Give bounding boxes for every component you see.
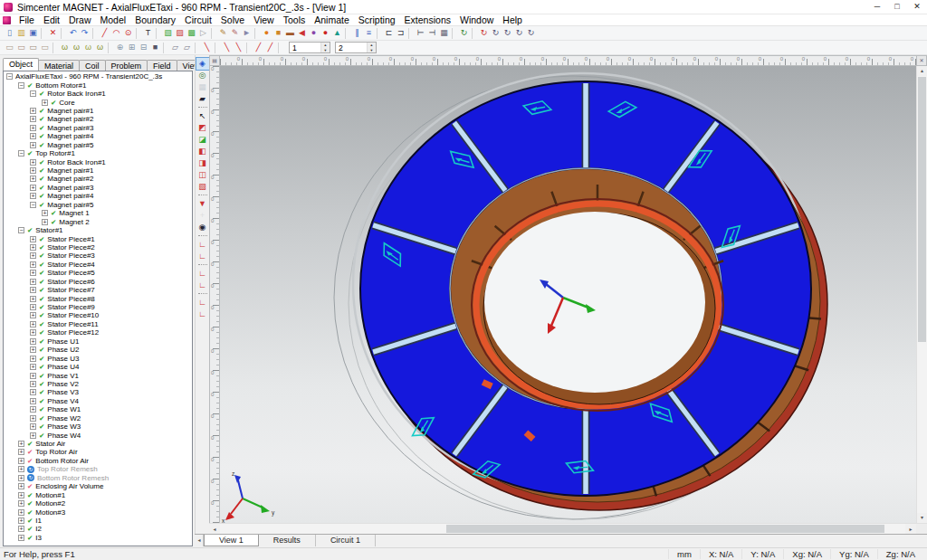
spin-down-icon[interactable]: ▾ xyxy=(368,48,376,53)
rotate-model-button[interactable]: ▩ xyxy=(186,27,197,40)
draw-circle-button[interactable]: ⊙ xyxy=(122,27,134,40)
local-cs-yz-button[interactable]: ∟ xyxy=(196,251,209,262)
expand-icon[interactable]: + xyxy=(30,312,36,318)
expand-icon[interactable]: + xyxy=(30,142,36,148)
local-cs-rotate-button[interactable]: ∟ xyxy=(196,297,209,308)
expand-icon[interactable]: + xyxy=(30,244,36,251)
expand-icon[interactable]: + xyxy=(18,466,24,472)
expand-icon[interactable]: + xyxy=(30,356,36,362)
step-value-spinner[interactable]: 1▴▾ xyxy=(289,42,330,53)
tree-item[interactable]: +✔Stator Piece#4 xyxy=(5,261,192,269)
tree-item[interactable]: +✔Motion#1 xyxy=(5,490,192,498)
vertical-scroll-thumb[interactable] xyxy=(918,77,926,342)
expand-icon[interactable]: + xyxy=(18,509,24,516)
collapse-icon[interactable]: − xyxy=(18,82,24,89)
tree-item[interactable]: +✔Magnet pair#2 xyxy=(5,175,192,183)
primitive-sphere-button[interactable]: ● xyxy=(261,27,272,40)
expand-icon[interactable]: + xyxy=(30,296,36,302)
collapse-icon[interactable]: − xyxy=(6,73,13,80)
pan-tool-button[interactable]: ▰ xyxy=(196,93,209,105)
minimize-button[interactable]: ─ xyxy=(867,0,887,14)
view-tab-results[interactable]: Results xyxy=(259,535,316,546)
coil-terminal-1-button[interactable]: ω xyxy=(59,42,71,54)
expand-icon[interactable]: + xyxy=(18,535,24,541)
expand-icon[interactable]: + xyxy=(18,517,24,524)
expand-icon[interactable]: + xyxy=(30,261,36,268)
line-angle-2-button[interactable]: ╱ xyxy=(264,42,276,54)
tree-item[interactable]: +✔Phase U2 xyxy=(5,346,192,354)
horizontal-scroll-thumb[interactable] xyxy=(446,525,885,533)
menu-item-solve[interactable]: Solve xyxy=(216,14,249,25)
expand-icon[interactable]: + xyxy=(30,167,36,174)
primitive-cone-button[interactable]: ◀ xyxy=(296,27,308,40)
expand-icon[interactable]: + xyxy=(30,159,36,166)
expand-icon[interactable]: + xyxy=(30,329,36,336)
ruler-origin-button[interactable]: ▤ xyxy=(209,55,220,66)
menu-item-model[interactable]: Model xyxy=(96,14,131,25)
tree-item[interactable]: +✔Stator Piece#1 xyxy=(5,234,192,242)
boundary-even-button[interactable]: ∥ xyxy=(351,27,363,40)
panel-tab-field[interactable]: Field xyxy=(147,60,177,71)
primitive-sphere-red-button[interactable]: ● xyxy=(320,27,331,40)
expand-icon[interactable]: + xyxy=(18,458,24,464)
expand-icon[interactable]: + xyxy=(30,432,36,439)
tree-item[interactable]: +✔Stator Air xyxy=(5,440,192,448)
tree-item[interactable]: +✔Core xyxy=(5,98,192,106)
select-field-marker-button[interactable]: ▼ xyxy=(196,198,209,210)
expand-icon[interactable]: + xyxy=(30,304,36,310)
expand-icon[interactable]: + xyxy=(30,270,36,276)
tree-item[interactable]: +✔Stator Piece#5 xyxy=(5,269,192,277)
flag-tool-button[interactable]: ► xyxy=(241,27,253,40)
tree-item[interactable]: +✔Magnet pair#4 xyxy=(5,192,192,200)
menu-item-tools[interactable]: Tools xyxy=(279,14,311,25)
probe-end-button[interactable]: ⊣ xyxy=(426,27,438,40)
select-object-red-green-button[interactable]: ◩ xyxy=(196,122,209,134)
collapse-icon[interactable]: − xyxy=(18,227,24,233)
tree-item[interactable]: +✔Magnet pair#5 xyxy=(5,141,192,149)
tree-item[interactable]: +✔Magnet pair#1 xyxy=(5,107,192,115)
primitive-ellipsoid-button[interactable]: ● xyxy=(308,27,320,40)
make-simple-coil-button[interactable]: ▭ xyxy=(4,42,15,54)
line-angle-1-button[interactable]: ╱ xyxy=(253,42,264,54)
arc-segment-1-button[interactable]: ▱ xyxy=(169,42,181,54)
tree-item[interactable]: +↻Top Rotor Remesh xyxy=(5,465,192,473)
tree-item[interactable]: +✔Magnet pair#1 xyxy=(5,166,192,175)
coil-terminal-4-button[interactable]: ω xyxy=(94,42,106,54)
edit-marker-button[interactable]: ✎ xyxy=(229,27,241,40)
menu-item-scripting[interactable]: Scripting xyxy=(354,14,400,25)
expand-icon[interactable]: + xyxy=(30,321,36,327)
local-cs-origin-button[interactable]: ∟ xyxy=(196,280,209,291)
tree-item[interactable]: +✔Stator Piece#12 xyxy=(5,328,192,337)
expand-icon[interactable]: + xyxy=(42,219,48,225)
expand-icon[interactable]: + xyxy=(30,125,36,131)
line-tangent-2-button[interactable]: ╲ xyxy=(233,42,244,54)
tree-item[interactable]: +✔Stator Piece#6 xyxy=(5,278,192,286)
local-cs-move-button[interactable]: ∟ xyxy=(196,308,209,320)
menu-item-draw[interactable]: Draw xyxy=(64,14,96,25)
tree-item[interactable]: +✔Enclosing Air Volume xyxy=(5,482,192,490)
select-faces-button[interactable]: ◧ xyxy=(196,146,209,157)
select-object-green-button[interactable]: ◪ xyxy=(196,134,209,146)
expand-icon[interactable]: + xyxy=(30,346,36,353)
panel-tab-coil[interactable]: Coil xyxy=(79,60,106,71)
line-tangent-1-button[interactable]: ╲ xyxy=(221,42,233,54)
maximize-button[interactable]: □ xyxy=(887,0,907,14)
tree-item[interactable]: +✔Phase W2 xyxy=(5,414,192,422)
measure-tool-button[interactable]: ◉ xyxy=(196,222,209,233)
step-value-spinner-value[interactable]: 1 xyxy=(290,43,320,52)
make-stranded-coil-button[interactable]: ▭ xyxy=(39,42,51,54)
tree-item[interactable]: +✔Bottom Rotor Air xyxy=(5,457,192,465)
tree-item[interactable]: +✔Stator Piece#2 xyxy=(5,243,192,252)
tree-item[interactable]: −✔Rotor Back Iron#1 xyxy=(5,90,192,98)
delete-button[interactable]: ✕ xyxy=(47,27,59,40)
tree-item[interactable]: +✔Stator Piece#11 xyxy=(5,320,192,328)
expand-icon[interactable]: + xyxy=(30,193,36,199)
tree-item[interactable]: +✔Stator Piece#3 xyxy=(5,252,192,260)
expand-icon[interactable]: + xyxy=(30,423,36,430)
tree-item[interactable]: −✔Magnet pair#5 xyxy=(5,201,192,209)
make-multi-coil-button[interactable]: ▭ xyxy=(15,42,27,54)
tree-item[interactable]: −✔Stator#1 xyxy=(5,226,192,234)
expand-icon[interactable]: + xyxy=(30,338,36,345)
surface-mesh-button[interactable]: ▦ xyxy=(438,27,450,40)
solve-static-button[interactable]: ↻ xyxy=(458,27,470,40)
